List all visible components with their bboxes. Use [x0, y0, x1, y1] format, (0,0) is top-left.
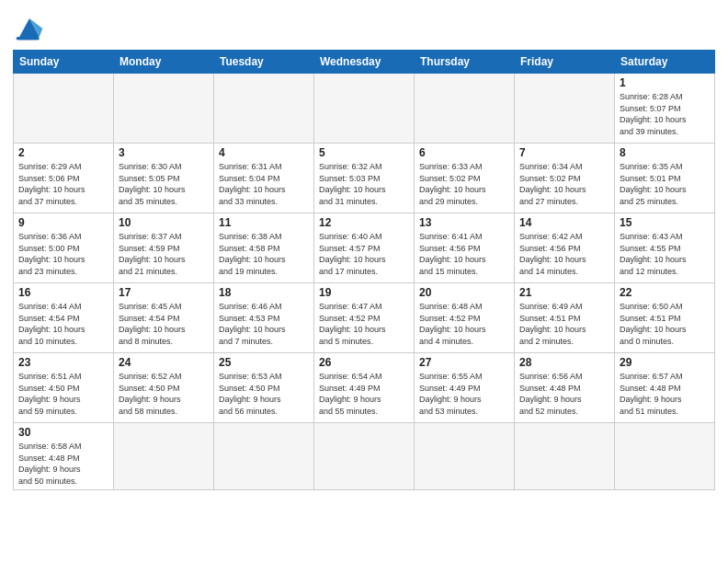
empty-day-cell [314, 74, 415, 144]
day-info: Sunrise: 6:56 AM Sunset: 4:48 PM Dayligh… [519, 371, 609, 417]
day-number: 30 [18, 426, 108, 439]
day-number: 11 [219, 216, 309, 229]
day-number: 14 [519, 216, 609, 229]
page: SundayMondayTuesdayWednesdayThursdayFrid… [0, 0, 728, 563]
day-number: 7 [519, 146, 609, 159]
logo [13, 13, 50, 42]
day-cell: 15Sunrise: 6:43 AM Sunset: 4:55 PM Dayli… [615, 213, 715, 283]
day-cell: 22Sunrise: 6:50 AM Sunset: 4:51 PM Dayli… [615, 283, 715, 353]
calendar-week-row: 1Sunrise: 6:28 AM Sunset: 5:07 PM Daylig… [14, 74, 715, 144]
empty-day-cell [515, 423, 615, 490]
day-number: 6 [419, 146, 509, 159]
day-cell: 19Sunrise: 6:47 AM Sunset: 4:52 PM Dayli… [314, 283, 415, 353]
day-info: Sunrise: 6:44 AM Sunset: 4:54 PM Dayligh… [18, 301, 108, 347]
day-number: 21 [519, 286, 609, 299]
day-cell: 17Sunrise: 6:45 AM Sunset: 4:54 PM Dayli… [114, 283, 214, 353]
day-cell: 30Sunrise: 6:58 AM Sunset: 4:48 PM Dayli… [14, 423, 114, 490]
day-number: 10 [119, 216, 209, 229]
day-info: Sunrise: 6:38 AM Sunset: 4:58 PM Dayligh… [219, 231, 309, 277]
day-info: Sunrise: 6:53 AM Sunset: 4:50 PM Dayligh… [219, 371, 309, 417]
day-number: 18 [219, 286, 309, 299]
day-number: 19 [319, 286, 409, 299]
day-cell: 23Sunrise: 6:51 AM Sunset: 4:50 PM Dayli… [14, 353, 114, 423]
empty-day-cell [515, 74, 615, 144]
day-cell: 27Sunrise: 6:55 AM Sunset: 4:49 PM Dayli… [415, 353, 515, 423]
calendar-week-row: 2Sunrise: 6:29 AM Sunset: 5:06 PM Daylig… [14, 144, 715, 213]
day-number: 4 [219, 146, 309, 159]
day-cell: 3Sunrise: 6:30 AM Sunset: 5:05 PM Daylig… [114, 144, 214, 213]
day-number: 9 [18, 216, 108, 229]
day-info: Sunrise: 6:37 AM Sunset: 4:59 PM Dayligh… [119, 231, 209, 277]
day-number: 12 [319, 216, 409, 229]
weekday-header: Thursday [415, 51, 515, 74]
weekday-header: Friday [515, 51, 615, 74]
day-number: 2 [18, 146, 108, 159]
day-cell: 12Sunrise: 6:40 AM Sunset: 4:57 PM Dayli… [314, 213, 415, 283]
day-cell: 5Sunrise: 6:32 AM Sunset: 5:03 PM Daylig… [314, 144, 415, 213]
day-info: Sunrise: 6:36 AM Sunset: 5:00 PM Dayligh… [18, 231, 108, 277]
day-info: Sunrise: 6:29 AM Sunset: 5:06 PM Dayligh… [18, 161, 108, 207]
day-number: 3 [119, 146, 209, 159]
day-number: 16 [18, 286, 108, 299]
day-info: Sunrise: 6:50 AM Sunset: 4:51 PM Dayligh… [620, 301, 710, 347]
day-cell: 14Sunrise: 6:42 AM Sunset: 4:56 PM Dayli… [515, 213, 615, 283]
weekday-header: Tuesday [214, 51, 314, 74]
weekday-header: Saturday [615, 51, 715, 74]
day-number: 20 [419, 286, 509, 299]
day-cell: 29Sunrise: 6:57 AM Sunset: 4:48 PM Dayli… [615, 353, 715, 423]
empty-day-cell [14, 74, 114, 144]
weekday-header: Wednesday [314, 51, 415, 74]
day-number: 1 [620, 76, 710, 89]
day-cell: 7Sunrise: 6:34 AM Sunset: 5:02 PM Daylig… [515, 144, 615, 213]
day-info: Sunrise: 6:43 AM Sunset: 4:55 PM Dayligh… [620, 231, 710, 277]
day-cell: 4Sunrise: 6:31 AM Sunset: 5:04 PM Daylig… [214, 144, 314, 213]
day-info: Sunrise: 6:42 AM Sunset: 4:56 PM Dayligh… [519, 231, 609, 277]
day-number: 13 [419, 216, 509, 229]
day-number: 17 [119, 286, 209, 299]
calendar-week-row: 16Sunrise: 6:44 AM Sunset: 4:54 PM Dayli… [14, 283, 715, 353]
logo-icon [13, 13, 46, 42]
day-cell: 18Sunrise: 6:46 AM Sunset: 4:53 PM Dayli… [214, 283, 314, 353]
day-info: Sunrise: 6:52 AM Sunset: 4:50 PM Dayligh… [119, 371, 209, 417]
day-info: Sunrise: 6:41 AM Sunset: 4:56 PM Dayligh… [419, 231, 509, 277]
day-cell: 24Sunrise: 6:52 AM Sunset: 4:50 PM Dayli… [114, 353, 214, 423]
day-number: 25 [219, 356, 309, 369]
empty-day-cell [314, 423, 415, 490]
day-info: Sunrise: 6:48 AM Sunset: 4:52 PM Dayligh… [419, 301, 509, 347]
day-cell: 6Sunrise: 6:33 AM Sunset: 5:02 PM Daylig… [415, 144, 515, 213]
day-info: Sunrise: 6:30 AM Sunset: 5:05 PM Dayligh… [119, 161, 209, 207]
day-number: 26 [319, 356, 409, 369]
empty-day-cell [615, 423, 715, 490]
empty-day-cell [214, 74, 314, 144]
day-cell: 26Sunrise: 6:54 AM Sunset: 4:49 PM Dayli… [314, 353, 415, 423]
calendar-header-row: SundayMondayTuesdayWednesdayThursdayFrid… [14, 51, 715, 74]
day-cell: 8Sunrise: 6:35 AM Sunset: 5:01 PM Daylig… [615, 144, 715, 213]
day-cell: 25Sunrise: 6:53 AM Sunset: 4:50 PM Dayli… [214, 353, 314, 423]
day-number: 23 [18, 356, 108, 369]
day-cell: 21Sunrise: 6:49 AM Sunset: 4:51 PM Dayli… [515, 283, 615, 353]
day-info: Sunrise: 6:54 AM Sunset: 4:49 PM Dayligh… [319, 371, 409, 417]
day-info: Sunrise: 6:47 AM Sunset: 4:52 PM Dayligh… [319, 301, 409, 347]
day-info: Sunrise: 6:58 AM Sunset: 4:48 PM Dayligh… [18, 441, 108, 487]
empty-day-cell [214, 423, 314, 490]
day-info: Sunrise: 6:55 AM Sunset: 4:49 PM Dayligh… [419, 371, 509, 417]
day-number: 8 [620, 146, 710, 159]
day-info: Sunrise: 6:32 AM Sunset: 5:03 PM Dayligh… [319, 161, 409, 207]
calendar-week-row: 30Sunrise: 6:58 AM Sunset: 4:48 PM Dayli… [14, 423, 715, 490]
day-number: 28 [519, 356, 609, 369]
day-number: 29 [620, 356, 710, 369]
empty-day-cell [114, 74, 214, 144]
day-info: Sunrise: 6:46 AM Sunset: 4:53 PM Dayligh… [219, 301, 309, 347]
day-info: Sunrise: 6:57 AM Sunset: 4:48 PM Dayligh… [620, 371, 710, 417]
day-number: 24 [119, 356, 209, 369]
day-number: 27 [419, 356, 509, 369]
svg-rect-2 [17, 37, 40, 40]
calendar: SundayMondayTuesdayWednesdayThursdayFrid… [13, 50, 715, 490]
weekday-header: Sunday [14, 51, 114, 74]
day-cell: 9Sunrise: 6:36 AM Sunset: 5:00 PM Daylig… [14, 213, 114, 283]
day-info: Sunrise: 6:28 AM Sunset: 5:07 PM Dayligh… [620, 91, 710, 137]
calendar-week-row: 23Sunrise: 6:51 AM Sunset: 4:50 PM Dayli… [14, 353, 715, 423]
day-cell: 10Sunrise: 6:37 AM Sunset: 4:59 PM Dayli… [114, 213, 214, 283]
day-info: Sunrise: 6:40 AM Sunset: 4:57 PM Dayligh… [319, 231, 409, 277]
day-info: Sunrise: 6:33 AM Sunset: 5:02 PM Dayligh… [419, 161, 509, 207]
